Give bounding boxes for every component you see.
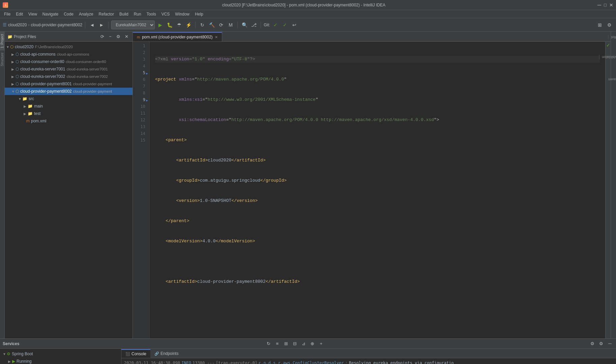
window-controls[interactable]: ─ □ ✕	[597, 2, 613, 8]
console-icon: ⬛	[125, 352, 130, 356]
line-num-1: 1	[133, 42, 147, 49]
service-item-springboot[interactable]: ▼ ⚙ Spring Boot	[0, 350, 121, 358]
menu-item-help[interactable]: Help	[192, 11, 206, 17]
tree-item-cloud-provider-payment8001[interactable]: ▶ ⬡ cloud-provider-payment8001 cloud-pro…	[5, 80, 133, 88]
tab-maven[interactable]: Maven	[606, 77, 616, 82]
project-collapse-btn[interactable]: −	[107, 33, 114, 40]
code-content: <?xml	[155, 56, 171, 63]
git-ok-button[interactable]: ✓	[271, 21, 280, 29]
tab-project[interactable]: 1: Project	[0, 32, 4, 50]
service-label: Spring Boot	[12, 352, 33, 356]
menu-item-navigate[interactable]: Navigate	[40, 11, 61, 17]
refresh-button[interactable]: ↻	[198, 21, 206, 29]
bookmark-button[interactable]: ⊞	[596, 21, 604, 29]
back-button[interactable]: ◄	[88, 21, 96, 29]
tree-item-cloud-eureka-server7001[interactable]: ▶ ⬡ cloud-eureka-server7001 cloud-eureka…	[5, 65, 133, 73]
menu-item-analyze[interactable]: Analyze	[76, 11, 96, 17]
code-line-8: <version>1.0-SNAPSHOT</version>	[155, 198, 600, 204]
services-gear-btn[interactable]: ⚙	[598, 340, 605, 347]
tree-item-pom-xml[interactable]: ▶ m pom.xml	[5, 117, 133, 125]
git-revert-button[interactable]: ↩	[290, 21, 298, 29]
log-time: 2020-03-11 16:48:38.098	[124, 361, 180, 364]
services-expand-btn[interactable]: ⊞	[283, 340, 290, 347]
run-config-dropdown[interactable]: EurekaMain7002	[111, 21, 155, 29]
code-area[interactable]: <?xml version="1.0" encoding="UTF-8"?> <…	[150, 42, 605, 338]
log-message: Resolving eureka endpoints via configura…	[349, 361, 454, 364]
tab-structure[interactable]: Structure	[0, 50, 4, 68]
tree-item-main[interactable]: ▶ 📁 main	[5, 102, 133, 110]
log-tab-console[interactable]: ⬛ Console	[121, 349, 150, 358]
services-minimize-btn[interactable]: ─	[607, 340, 613, 347]
close-button[interactable]: ✕	[609, 2, 613, 8]
tree-item-name: cloud-eureka-server7002	[20, 74, 65, 79]
arrow-icon: ▶	[24, 104, 28, 108]
minimize-button[interactable]: ─	[597, 2, 601, 8]
folder-icon: 📁	[22, 96, 27, 101]
validation-ok-icon: ✓	[606, 42, 610, 48]
tree-item-cloud-provider-payment8002[interactable]: ▼ ⬡ cloud-provider-payment8002 cloud-pro…	[5, 88, 133, 95]
service-item-running[interactable]: ▶ ▶ Running	[0, 358, 121, 364]
menu-item-build[interactable]: Build	[117, 11, 131, 17]
menu-item-edit[interactable]: Edit	[13, 11, 26, 17]
menu-item-code[interactable]: Code	[61, 11, 76, 17]
toolbar: ☰ cloud2020 › cloud-provider-payment8002…	[0, 18, 616, 32]
project-header: 📁 Project Files ⟳ − ⚙ ✕	[5, 32, 133, 42]
code-line-10: <modelVersion>4.0.0</modelVersion>	[155, 238, 600, 245]
code-line-7: <groupId>com.atguigu.springcloud</groupI…	[155, 177, 600, 184]
line-num-6: 6	[133, 76, 147, 83]
arrow-icon: ▶	[11, 82, 16, 86]
tree-item-cloud-api-commons[interactable]: ▶ ⬡ cloud-api-commons cloud-api-commons	[5, 51, 133, 58]
editor-tab-pom[interactable]: m pom.xml (cloud-provider-payment8002) ✕	[133, 32, 222, 41]
run-button[interactable]: ▶	[156, 21, 164, 29]
services-settings-btn[interactable]: ⚙	[589, 340, 596, 347]
project-sync-btn[interactable]: ⟳	[99, 33, 106, 40]
debug-button[interactable]: 🐛	[166, 21, 174, 29]
tree-item-test[interactable]: ▶ 📁 test	[5, 110, 133, 117]
settings-button[interactable]: ⚙	[605, 21, 613, 29]
services-collapse-all-btn[interactable]: ≡	[274, 340, 281, 347]
services-search-btn[interactable]: ⊕	[309, 340, 316, 347]
tree-item-src[interactable]: ▼ 📁 src	[5, 95, 133, 102]
maximize-button[interactable]: □	[604, 2, 607, 8]
forward-button[interactable]: ►	[97, 21, 106, 29]
services-filter-btn[interactable]: ⊿	[300, 340, 307, 347]
build-button[interactable]: 🔨	[208, 21, 216, 29]
sync-button[interactable]: ⟳	[217, 21, 225, 29]
maven-button[interactable]: M	[227, 21, 235, 29]
menu-item-view[interactable]: View	[26, 11, 40, 17]
module-icon: ⬡	[16, 67, 19, 71]
profile-button[interactable]: ⚡	[184, 21, 193, 29]
git-check-button[interactable]: ✓	[281, 21, 289, 29]
services-group-btn[interactable]: ⊟	[292, 340, 298, 347]
menu-item-run[interactable]: Run	[131, 11, 144, 17]
service-label: Running	[17, 359, 32, 364]
search-everywhere-button[interactable]: 🔍	[240, 21, 248, 29]
menu-item-file[interactable]: File	[1, 11, 13, 17]
tab-close-btn[interactable]: ✕	[215, 35, 218, 39]
tree-item-cloud-eureka-server7002[interactable]: ▶ ⬡ cloud-eureka-server7002 cloud-eureka…	[5, 73, 133, 80]
log-panel: ⬛ Console 🔗 Endpoints 2020-03-11 16:48:3…	[121, 349, 616, 364]
menu-item-refactor[interactable]: Refactor	[96, 11, 117, 17]
editor-content: 1 2 3 4 5 ▶ 6 7 8 9 ▶ 10 11 12 13 14 15	[133, 42, 611, 338]
editor-area: m pom.xml (cloud-provider-payment8002) ✕…	[133, 32, 611, 338]
project-close-btn[interactable]: ✕	[123, 33, 130, 40]
module-icon: ⬡	[10, 44, 13, 49]
project-name[interactable]: cloud2020	[8, 23, 27, 27]
menu-item-vcs[interactable]: VCS	[159, 11, 173, 17]
code-line-5: <parent>	[155, 137, 600, 144]
module-name[interactable]: cloud-provider-payment8002	[31, 23, 82, 27]
log-area: 2020-03-11 16:48:38.098 INFO 13380 --- […	[121, 358, 616, 364]
line-num-15: 15	[133, 137, 147, 144]
menu-item-window[interactable]: Window	[172, 11, 192, 17]
services-add-btn[interactable]: +	[318, 340, 325, 347]
tree-item-cloud-consumer-order80[interactable]: ▶ ⬡ cloud-consumer-order80 cloud-consume…	[5, 58, 133, 65]
project-settings-btn[interactable]: ⚙	[115, 33, 122, 40]
coverage-button[interactable]: ☂	[175, 21, 183, 29]
tab-ant[interactable]: Ant	[608, 35, 616, 39]
tab-bean-validation[interactable]: Bean Validation	[599, 55, 616, 59]
services-refresh-btn[interactable]: ↻	[265, 340, 272, 347]
log-tab-endpoints[interactable]: 🔗 Endpoints	[150, 349, 182, 358]
git-history-button[interactable]: ⎇	[250, 21, 258, 29]
tree-item-cloud2020[interactable]: ▼ ⬡ cloud2020 F:\JetBrains\cloud2020	[5, 43, 133, 51]
menu-item-tools[interactable]: Tools	[144, 11, 159, 17]
